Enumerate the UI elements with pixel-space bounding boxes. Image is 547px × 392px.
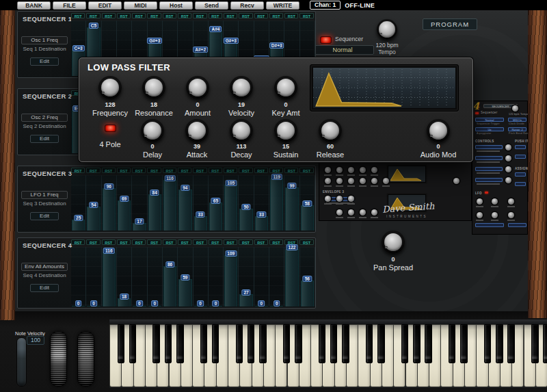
toolbar-button-send[interactable]: Send bbox=[195, 1, 228, 10]
rst-button[interactable]: RST bbox=[299, 13, 313, 18]
mini-knob[interactable] bbox=[371, 209, 377, 215]
rst-button[interactable]: RST bbox=[254, 239, 268, 245]
piano-key-black[interactable] bbox=[531, 324, 539, 363]
sequencer-step-bar[interactable] bbox=[103, 252, 116, 306]
mini-knob[interactable] bbox=[348, 209, 354, 215]
sequencer-mode-button[interactable]: Normal bbox=[311, 45, 374, 55]
frequency-knob[interactable] bbox=[98, 76, 122, 99]
piano-key-black[interactable] bbox=[259, 324, 267, 363]
piano-key-black[interactable] bbox=[118, 324, 125, 363]
rst-button[interactable]: RST bbox=[102, 239, 116, 245]
mini-knob[interactable] bbox=[453, 178, 459, 184]
rst-button[interactable]: RST bbox=[224, 168, 237, 173]
piano-key-black[interactable] bbox=[129, 324, 137, 363]
rst-button[interactable]: RST bbox=[178, 13, 191, 18]
toolbar-button-edit[interactable]: EDIT bbox=[88, 1, 122, 10]
toolbar-button-recv[interactable]: Recv bbox=[230, 1, 264, 10]
rst-button[interactable]: RST bbox=[299, 168, 313, 173]
attack-knob[interactable] bbox=[185, 119, 209, 142]
piano-key-black[interactable] bbox=[401, 324, 409, 363]
sequencer-step-bar[interactable] bbox=[209, 202, 222, 231]
sequencer-step-bar[interactable] bbox=[72, 220, 85, 231]
mini-knob[interactable] bbox=[348, 196, 354, 202]
mini-knob[interactable] bbox=[477, 212, 483, 218]
rst-button[interactable]: RST bbox=[269, 239, 283, 245]
mini-knob[interactable] bbox=[508, 198, 514, 205]
piano-key-black[interactable] bbox=[176, 324, 184, 363]
edit-button[interactable]: Edit bbox=[30, 57, 59, 66]
destination-button[interactable]: LFO 1 Freq bbox=[21, 191, 68, 199]
mini-button[interactable] bbox=[515, 172, 526, 177]
decay-knob[interactable] bbox=[230, 119, 253, 142]
sequencer-step-bar[interactable] bbox=[103, 188, 116, 231]
rst-button[interactable]: RST bbox=[209, 13, 222, 18]
release-knob[interactable] bbox=[319, 119, 342, 142]
rst-button[interactable]: RST bbox=[269, 13, 283, 18]
sequencer-step-bar[interactable] bbox=[301, 205, 314, 231]
sustain-knob[interactable] bbox=[274, 119, 297, 142]
sequencer-step-bar[interactable] bbox=[285, 187, 298, 231]
rst-button[interactable]: RST bbox=[254, 13, 268, 18]
destination-button[interactable]: Osc 1 Freq bbox=[21, 36, 68, 44]
sequencer-step-bar[interactable] bbox=[148, 194, 161, 231]
piano-key-black[interactable] bbox=[366, 324, 373, 363]
rst-button[interactable]: RST bbox=[284, 13, 298, 18]
four-pole-led[interactable] bbox=[105, 125, 116, 132]
piano-key-black[interactable] bbox=[165, 324, 172, 363]
toolbar-button-write[interactable]: WRITE bbox=[266, 1, 299, 10]
rst-button[interactable]: RST bbox=[178, 239, 191, 245]
mini-button[interactable] bbox=[475, 145, 503, 149]
piano-key-black[interactable] bbox=[248, 324, 255, 363]
mini-knob[interactable] bbox=[371, 178, 377, 184]
mini-knob[interactable] bbox=[336, 178, 343, 184]
rst-button[interactable]: RST bbox=[71, 239, 85, 245]
piano-key-black[interactable] bbox=[200, 324, 208, 363]
mini-knob[interactable] bbox=[505, 155, 511, 161]
piano-key-black[interactable] bbox=[330, 324, 338, 363]
piano-key-black[interactable] bbox=[496, 324, 503, 363]
note-velocity-value[interactable]: 100 bbox=[27, 336, 44, 345]
mini-knob[interactable] bbox=[360, 178, 366, 184]
rst-button[interactable]: RST bbox=[86, 168, 100, 173]
mini-button[interactable] bbox=[475, 178, 503, 182]
mini-knob[interactable] bbox=[325, 167, 331, 173]
rst-button[interactable]: RST bbox=[86, 13, 100, 18]
rst-button[interactable]: RST bbox=[209, 168, 222, 173]
mini-button[interactable] bbox=[475, 156, 503, 160]
mini-knob[interactable] bbox=[383, 178, 389, 184]
piano-key-black[interactable] bbox=[449, 324, 456, 363]
program-button[interactable]: PROGRAM bbox=[423, 18, 477, 30]
toolbar-button-midi[interactable]: MIDI bbox=[124, 1, 157, 10]
rst-button[interactable]: RST bbox=[239, 239, 252, 245]
mini-knob[interactable] bbox=[336, 209, 343, 215]
delay-knob[interactable] bbox=[141, 119, 164, 142]
piano-key-black[interactable] bbox=[460, 324, 468, 363]
edit-button[interactable]: Edit bbox=[30, 212, 59, 220]
sequencer-step-bar[interactable] bbox=[255, 216, 268, 231]
rst-button[interactable]: RST bbox=[86, 239, 100, 245]
sequencer-step-bar[interactable] bbox=[118, 200, 131, 231]
velocity-knob[interactable] bbox=[230, 76, 253, 99]
piano-key-black[interactable] bbox=[377, 324, 385, 363]
sequencer-step-bar[interactable] bbox=[163, 180, 176, 231]
mini-knob[interactable] bbox=[360, 209, 366, 215]
mini-knob[interactable] bbox=[492, 198, 498, 205]
rst-button[interactable]: RST bbox=[117, 13, 131, 18]
destination-button[interactable]: Osc 2 Freq bbox=[21, 114, 68, 122]
mini-knob[interactable] bbox=[492, 212, 498, 218]
rst-button[interactable]: RST bbox=[254, 168, 268, 173]
piano-key-black[interactable] bbox=[236, 324, 243, 363]
piano-key-black[interactable] bbox=[212, 324, 219, 363]
sequencer-step-bar[interactable] bbox=[301, 280, 314, 306]
rst-button[interactable]: RST bbox=[71, 168, 85, 173]
rst-button[interactable]: RST bbox=[239, 168, 252, 173]
rst-button[interactable]: RST bbox=[193, 13, 206, 18]
amount-knob[interactable] bbox=[186, 76, 209, 99]
midi-channel-box[interactable]: Chan: 1 bbox=[310, 1, 341, 10]
toolbar-button-file[interactable]: FILE bbox=[53, 1, 86, 10]
rst-button[interactable]: RST bbox=[239, 13, 252, 18]
mini-button[interactable]: MIDI In bbox=[508, 118, 526, 122]
rst-button[interactable]: RST bbox=[147, 13, 161, 18]
rst-button[interactable]: RST bbox=[147, 239, 161, 245]
destination-button[interactable]: Env All Amounts bbox=[21, 263, 68, 271]
